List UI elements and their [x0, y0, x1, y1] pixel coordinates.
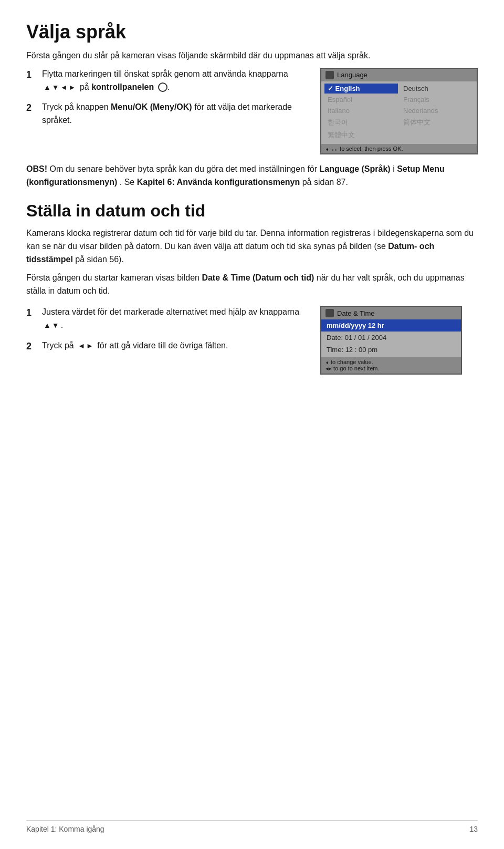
left-arrow-icon: ◄: [60, 82, 68, 94]
lang-simplified-chinese: 简体中文: [400, 117, 474, 128]
obs-text4: på sidan 87.: [302, 178, 348, 187]
footer-right: 13: [469, 825, 478, 833]
up-arrow-icon: ▲: [44, 82, 51, 94]
datetime-cam-icon: [326, 309, 334, 317]
section2-bold2: Date & Time (Datum och tid): [202, 273, 314, 282]
s2-right-arrow-icon: ►: [86, 340, 93, 352]
lang-deutsch: Deutsch: [400, 84, 474, 94]
datetime-titlebar: Date & Time: [321, 307, 461, 319]
datetime-screen-image: Date & Time mm/dd/yyyy 12 hr Date: 01 / …: [320, 306, 478, 375]
datetime-hint-bar: ⬧ to change value. ◂▸ to go to next item…: [321, 357, 461, 374]
s2-step2-text: Tryck på ◄ ► för att gå vidare till de ö…: [42, 339, 304, 354]
section2-para2: Första gången du startar kameran visas b…: [26, 272, 478, 298]
obs-bold3: Kapitel 6: Använda konfigurationsmenyn: [137, 178, 300, 187]
section1-text: 1 Flytta markeringen till önskat språk g…: [26, 68, 304, 154]
section2-text: 1 Justera värdet för det markerade alter…: [26, 306, 304, 375]
s2-step1-item: 1 Justera värdet för det markerade alter…: [26, 306, 304, 332]
lang-italiano: Italiano: [324, 106, 398, 116]
language-hint-bar: ⬧ ◂▸ to select, then press OK.: [321, 144, 477, 153]
right-arrow-icon: ►: [69, 82, 76, 94]
obs-bold1: Language (Språk): [320, 164, 391, 173]
language-title-text: Language: [337, 71, 368, 79]
section2-heading: Ställa in datum och tid: [26, 201, 478, 221]
datetime-hint1: ⬧ to change value.: [326, 359, 457, 365]
datetime-camera-screen: Date & Time mm/dd/yyyy 12 hr Date: 01 / …: [320, 306, 462, 375]
s2-step2-number: 2: [26, 339, 38, 354]
s2-left-arrow-icon: ◄: [78, 340, 85, 352]
step1-item: 1 Flytta markeringen till önskat språk g…: [26, 68, 304, 94]
lang-english: ✓ English: [324, 84, 398, 94]
obs-block: OBS! Om du senare behöver byta språk kan…: [26, 163, 478, 189]
obs-text3: . Se: [120, 178, 137, 187]
step2-text: Tryck på knappen Menu/OK (Meny/OK) för a…: [42, 101, 304, 127]
step1-number: 1: [26, 68, 38, 94]
language-hint-text: ⬧ ◂▸ to select, then press OK.: [326, 146, 403, 152]
step2-number: 2: [26, 101, 38, 127]
page-footer: Kapitel 1: Komma igång 13: [26, 820, 478, 833]
control-panel-icon: [158, 82, 167, 92]
section2-layout: 1 Justera värdet för det markerade alter…: [26, 306, 478, 375]
step2-item: 2 Tryck på knappen Menu/OK (Meny/OK) för…: [26, 101, 304, 127]
lang-empty: [400, 129, 474, 141]
language-screen-image: Language ✓ English Deutsch Español Franç…: [320, 68, 478, 154]
language-screen-titlebar: Language: [321, 69, 477, 81]
datetime-row2: Date: 01 / 01 / 2004: [321, 332, 461, 344]
section2-para1: Kamerans klocka registrerar datum och ti…: [26, 227, 478, 266]
lang-traditional-chinese: 繁體中文: [324, 129, 398, 141]
datetime-hint2: ◂▸ to go to next item.: [326, 365, 457, 372]
datetime-row3: Time: 12 : 00 pm: [321, 344, 461, 356]
datetime-hint1-text: ⬧ to change value.: [326, 359, 373, 365]
page-heading: Välja språk: [26, 21, 478, 43]
lang-nederlands: Nederlands: [400, 106, 474, 116]
section1-layout: 1 Flytta markeringen till önskat språk g…: [26, 68, 478, 154]
lang-francais: Français: [400, 95, 474, 105]
language-camera-screen: Language ✓ English Deutsch Español Franç…: [320, 68, 478, 154]
obs-text2: i: [393, 164, 397, 173]
obs-text1: Om du senare behöver byta språk kan du g…: [49, 164, 319, 173]
section2-intro2-text: på sidan 56).: [73, 255, 124, 264]
intro-paragraph: Första gången du slår på kameran visas f…: [26, 49, 478, 63]
s2-up-arrow-icon: ▲: [44, 320, 51, 332]
footer-left: Kapitel 1: Komma igång: [26, 825, 104, 833]
section2-p2a-text: Första gången du startar kameran visas b…: [26, 273, 202, 282]
datetime-row1: mm/dd/yyyy 12 hr: [321, 319, 461, 332]
s2-down-arrow-icon: ▼: [52, 320, 59, 332]
lang-espanol: Español: [324, 95, 398, 105]
down-arrow-icon: ▼: [52, 82, 59, 94]
obs-label: OBS!: [26, 164, 47, 173]
s2-step2-item: 2 Tryck på ◄ ► för att gå vidare till de…: [26, 339, 304, 354]
language-grid: ✓ English Deutsch Español Français Itali…: [321, 81, 477, 143]
lang-korean: 한국어: [324, 117, 398, 128]
datetime-title-text: Date & Time: [337, 309, 375, 317]
s2-step1-number: 1: [26, 306, 38, 332]
s2-step1-text: Justera värdet för det markerade alterna…: [42, 306, 304, 332]
datetime-hint2-text: ◂▸ to go to next item.: [326, 365, 380, 372]
camera-titlebar-icon: [326, 71, 334, 79]
step1-text: Flytta markeringen till önskat språk gen…: [42, 68, 304, 94]
